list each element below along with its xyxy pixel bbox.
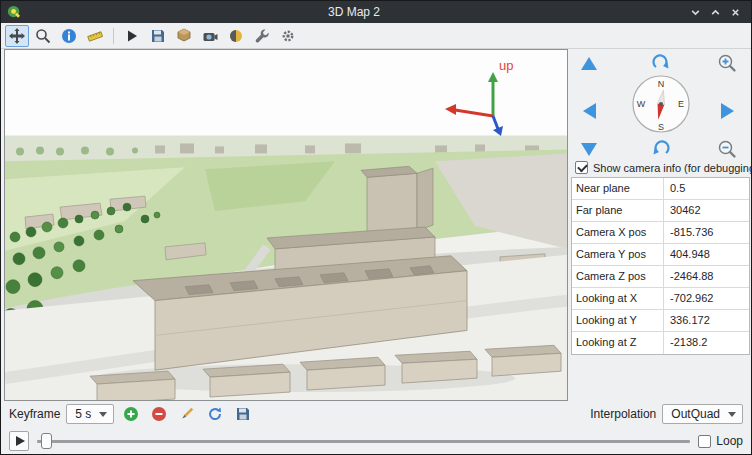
move-down-button[interactable] (579, 139, 599, 159)
interpolation-value: OutQuad (671, 407, 720, 421)
table-row: Camera X pos -815.736 (572, 222, 749, 244)
wrench-icon (254, 28, 270, 44)
checkbox-icon[interactable] (575, 161, 588, 174)
interpolation-select[interactable]: OutQuad (662, 404, 743, 424)
play-icon (16, 436, 25, 446)
table-row: Near plane 0.5 (572, 178, 749, 200)
move-left-button[interactable] (579, 101, 599, 121)
interpolation-label: Interpolation (590, 407, 656, 421)
camera-info-value: 404.948 (664, 244, 749, 265)
timeline-slider[interactable] (37, 431, 690, 451)
tilt-down-button[interactable] (651, 139, 671, 159)
keyframe-duration-select[interactable]: 5 s (66, 404, 114, 424)
zoom-out-icon (717, 139, 737, 159)
add-keyframe-button[interactable] (120, 403, 142, 425)
play-icon (124, 28, 140, 44)
keyframe-duration-value: 5 s (75, 407, 91, 421)
axis-left-arrow (445, 104, 456, 115)
compass-icon: N E S W (630, 73, 692, 135)
save-image-button[interactable] (146, 25, 170, 47)
titlebar[interactable]: 3D Map 2 (1, 1, 751, 23)
camera-info-label: Far plane (572, 200, 664, 221)
toolbar (1, 23, 751, 49)
camera-info-label: Near plane (572, 178, 664, 199)
export-cube-icon (176, 28, 192, 44)
close-button[interactable] (725, 3, 745, 21)
camera-info-value: 336.172 (664, 310, 749, 331)
move-right-button[interactable] (717, 101, 737, 121)
compass-west-label: W (637, 99, 646, 109)
remove-keyframe-button[interactable] (148, 403, 170, 425)
loop-checkbox[interactable]: Loop (698, 434, 743, 448)
camera-info-value: -815.736 (664, 222, 749, 243)
measure-line-button[interactable] (83, 25, 107, 47)
save-floppy-icon (150, 28, 166, 44)
play-button[interactable] (9, 431, 29, 451)
export-3d-scene-button[interactable] (172, 25, 196, 47)
tall-building (361, 166, 433, 236)
shadows-button[interactable] (224, 25, 248, 47)
options-button[interactable] (276, 25, 300, 47)
save-floppy-icon (235, 406, 251, 422)
camera-view-button[interactable] (198, 25, 222, 47)
close-icon (730, 7, 741, 18)
compass-east-label: E (678, 99, 684, 109)
keyframe-label: Keyframe (9, 407, 60, 421)
minimize-icon (690, 7, 701, 18)
navigation-panel: N E S W (569, 49, 752, 401)
camera-icon (202, 28, 218, 44)
play-animation-button[interactable] (120, 25, 144, 47)
table-row: Camera Y pos 404.948 (572, 244, 749, 266)
up-arrow-icon (581, 57, 597, 70)
camera-info-label: Camera Y pos (572, 244, 664, 265)
camera-info-label: Looking at X (572, 288, 664, 309)
axis-up-arrow (488, 72, 498, 82)
identify-button[interactable] (57, 25, 81, 47)
camera-info-value: 0.5 (664, 178, 749, 199)
camera-info-label: Camera X pos (572, 222, 664, 243)
show-camera-info-checkbox[interactable]: Show camera info (for debugging) (575, 161, 752, 174)
camera-info-label: Looking at Y (572, 310, 664, 331)
table-row: Looking at Y 336.172 (572, 310, 749, 332)
table-row: Far plane 30462 (572, 200, 749, 222)
3d-map-window: 3D Map 2 (0, 0, 752, 455)
identify-info-icon (61, 28, 77, 44)
3d-viewport[interactable]: up (4, 49, 568, 401)
measure-ruler-icon (87, 28, 103, 44)
qgis-logo-icon (7, 4, 23, 20)
camera-info-table: Near plane 0.5 Far plane 30462 Camera X … (571, 177, 750, 355)
rotate-cw-icon (651, 53, 671, 73)
camera-info-value: -702.962 (664, 288, 749, 309)
zoom-full-button[interactable] (31, 25, 55, 47)
edit-keyframe-button[interactable] (176, 403, 198, 425)
table-row: Camera Z pos -2464.88 (572, 266, 749, 288)
configure-effects-button[interactable] (250, 25, 274, 47)
maximize-button[interactable] (705, 3, 725, 21)
pan-icon (9, 28, 25, 44)
camera-info-label: Camera Z pos (572, 266, 664, 287)
camera-control-pan-button[interactable] (5, 25, 29, 47)
remove-minus-icon (151, 406, 167, 422)
table-row: Looking at Z -2138.2 (572, 332, 749, 354)
zoom-out-button[interactable] (717, 139, 737, 159)
camera-info-value: -2464.88 (664, 266, 749, 287)
export-animation-button[interactable] (232, 403, 254, 425)
slider-track[interactable] (37, 440, 690, 443)
compass-north-label: N (658, 79, 665, 89)
checkbox-icon[interactable] (698, 435, 711, 448)
keyframe-bar: Keyframe 5 s (1, 401, 751, 427)
camera-compass[interactable]: N E S W (630, 73, 692, 135)
slider-handle[interactable] (41, 433, 52, 449)
table-row: Looking at X -702.962 (572, 288, 749, 310)
left-arrow-icon (583, 103, 596, 119)
right-arrow-icon (721, 103, 734, 119)
chevron-down-icon (728, 412, 736, 417)
tilt-up-button[interactable] (651, 53, 671, 73)
move-up-button[interactable] (579, 53, 599, 73)
camera-info-label: Looking at Z (572, 332, 664, 354)
window-title: 3D Map 2 (23, 5, 685, 19)
add-plus-icon (123, 406, 139, 422)
minimize-button[interactable] (685, 3, 705, 21)
duplicate-keyframe-button[interactable] (204, 403, 226, 425)
zoom-in-button[interactable] (717, 53, 737, 73)
